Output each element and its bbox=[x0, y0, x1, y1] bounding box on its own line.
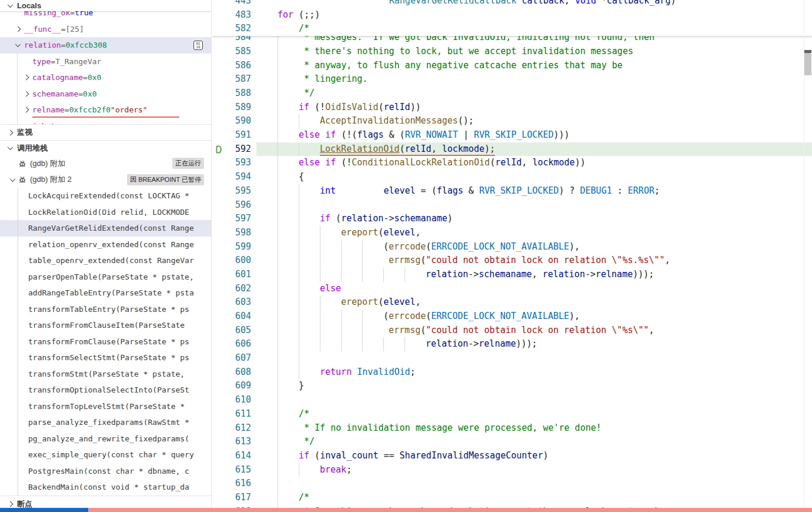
code-line[interactable]: 590AcceptInvalidationMessages(); bbox=[212, 114, 812, 128]
line-number[interactable]: 589 bbox=[228, 101, 251, 115]
line-number[interactable]: 613 bbox=[228, 435, 251, 449]
code-line[interactable]: 615break; bbox=[212, 463, 812, 477]
gutter-glyph-margin[interactable] bbox=[212, 45, 228, 59]
code-line[interactable]: 598ereport(elevel, bbox=[212, 226, 812, 240]
code-line[interactable]: 592LockRelationOid(relId, lockmode); bbox=[212, 142, 812, 157]
code-line[interactable]: 586 * anyway, to flush any negative catc… bbox=[212, 59, 812, 73]
code-line[interactable]: 608return InvalidOid; bbox=[212, 365, 812, 380]
gutter-glyph-margin[interactable] bbox=[212, 295, 228, 310]
line-number[interactable]: 597 bbox=[228, 212, 251, 226]
code-line[interactable]: 596 bbox=[212, 198, 812, 212]
line-number[interactable]: 600 bbox=[228, 254, 251, 268]
line-number[interactable]: 616 bbox=[228, 477, 251, 491]
line-number[interactable]: 611 bbox=[228, 407, 251, 421]
status-bar-debugging-segment[interactable] bbox=[88, 508, 812, 512]
line-number[interactable]: 483 bbox=[228, 8, 251, 22]
gutter-glyph-margin[interactable] bbox=[212, 365, 228, 380]
line-number[interactable]: 594 bbox=[228, 170, 251, 184]
code-line[interactable]: 600 errmsg("could not obtain lock on rel… bbox=[212, 254, 812, 268]
binary-data-icon[interactable]: 0110 bbox=[193, 41, 203, 50]
gutter-glyph-margin[interactable] bbox=[212, 212, 228, 226]
debug-session-row[interactable]: (gdb) 附加 2 因 BREAKPOINT 已暂停 bbox=[0, 172, 212, 188]
gutter-glyph-margin[interactable] bbox=[212, 407, 228, 421]
stack-frame[interactable]: parse_analyze_fixedparams(RawStmt * bbox=[0, 414, 212, 431]
editor-scrollbar[interactable] bbox=[804, 0, 812, 512]
variable-row[interactable]: type = T_RangeVar bbox=[0, 54, 212, 70]
line-number[interactable]: 609 bbox=[228, 379, 251, 393]
code-line[interactable]: 617/* bbox=[212, 491, 812, 505]
scrollbar-thumb[interactable] bbox=[804, 53, 811, 75]
variable-row[interactable]: relname = 0xfccb2f0 "orders" bbox=[0, 102, 212, 118]
gutter-glyph-margin[interactable] bbox=[212, 170, 228, 184]
variable-row[interactable]: catalogname = 0x0 bbox=[0, 69, 212, 86]
line-number[interactable]: 599 bbox=[228, 240, 251, 254]
code-line[interactable]: 601relation->schemaname, relation->relna… bbox=[212, 268, 812, 282]
gutter-glyph-margin[interactable] bbox=[212, 72, 228, 87]
code-line[interactable]: 607 bbox=[212, 351, 812, 365]
locals-scope-header[interactable]: Locals bbox=[0, 0, 212, 11]
gutter-glyph-margin[interactable] bbox=[212, 379, 228, 393]
gutter-glyph-margin[interactable] bbox=[212, 491, 228, 505]
gutter-glyph-margin[interactable] bbox=[212, 22, 228, 36]
sticky-code-line[interactable]: 443 RangeVarGetRelidCallback callback, v… bbox=[212, 0, 812, 8]
line-number[interactable]: 601 bbox=[228, 268, 251, 282]
code-line[interactable]: 613 */ bbox=[212, 435, 812, 449]
line-number[interactable]: 585 bbox=[228, 45, 251, 59]
line-number[interactable]: 607 bbox=[228, 351, 251, 365]
line-number[interactable]: 602 bbox=[228, 282, 251, 296]
gutter-glyph-margin[interactable] bbox=[212, 463, 228, 477]
gutter-glyph-margin[interactable] bbox=[212, 324, 228, 338]
stack-frame[interactable]: transformTopLevelStmt(ParseState * bbox=[0, 398, 212, 415]
stack-frame[interactable]: PostgresMain(const char * dbname, c bbox=[0, 463, 212, 480]
gutter-glyph-margin[interactable] bbox=[212, 8, 228, 22]
gutter-glyph-margin[interactable] bbox=[212, 87, 228, 101]
gutter-glyph-margin[interactable] bbox=[212, 337, 228, 351]
gutter-glyph-margin[interactable] bbox=[212, 240, 228, 254]
gutter-glyph-margin[interactable] bbox=[212, 435, 228, 449]
gutter-glyph-margin[interactable] bbox=[212, 477, 228, 491]
code-line[interactable]: 594{ bbox=[212, 170, 812, 184]
stack-frame[interactable]: transformFromClause(ParseState * ps bbox=[0, 334, 212, 350]
stack-frame[interactable]: LockRelationOid(Oid relid, LOCKMODE bbox=[0, 204, 212, 221]
stack-frame[interactable]: exec_simple_query(const char * query bbox=[0, 447, 212, 463]
line-number[interactable]: 582 bbox=[228, 22, 251, 36]
stack-frame[interactable]: transformStmt(ParseState * pstate, bbox=[0, 366, 212, 383]
line-number[interactable]: 598 bbox=[228, 226, 251, 240]
gutter-glyph-margin[interactable] bbox=[212, 449, 228, 463]
line-number[interactable]: 605 bbox=[228, 324, 251, 338]
code-line[interactable]: 604(errcode(ERRCODE_LOCK_NOT_AVAILABLE), bbox=[212, 310, 812, 324]
stack-frame[interactable]: pg_analyze_and_rewrite_fixedparams( bbox=[0, 431, 212, 447]
stack-frame[interactable]: BackendMain(const void * startup_da bbox=[0, 479, 212, 496]
sticky-code-line[interactable]: 582/* bbox=[212, 22, 812, 36]
gutter-glyph-margin[interactable] bbox=[212, 310, 228, 324]
code-editor[interactable]: 584 * messages. If we got back InvalidOi… bbox=[212, 0, 812, 512]
gutter-glyph-margin[interactable] bbox=[212, 393, 228, 407]
code-line[interactable]: 606relation->relname))); bbox=[212, 337, 812, 351]
code-line[interactable]: 591else if (!(flags & (RVR_NOWAIT | RVR_… bbox=[212, 128, 812, 142]
code-line[interactable]: 616 bbox=[212, 477, 812, 491]
gutter-glyph-margin[interactable] bbox=[212, 128, 228, 142]
callstack-section-header[interactable]: 调用堆栈 bbox=[0, 140, 212, 155]
line-number[interactable]: 591 bbox=[228, 128, 251, 142]
line-number[interactable]: 608 bbox=[228, 365, 251, 380]
gutter-glyph-margin[interactable] bbox=[212, 142, 228, 157]
code-line[interactable]: 614if (inval_count == SharedInvalidMessa… bbox=[212, 449, 812, 463]
line-number[interactable]: 615 bbox=[228, 463, 251, 477]
stack-frame[interactable]: transformOptionalSelectInto(ParseSt bbox=[0, 382, 212, 398]
code-line[interactable]: 588 */ bbox=[212, 87, 812, 101]
stack-frame[interactable]: parserOpenTable(ParseState * pstate, bbox=[0, 269, 212, 285]
code-line[interactable]: 599(errcode(ERRCODE_LOCK_NOT_AVAILABLE), bbox=[212, 240, 812, 254]
stack-frame[interactable]: table_openrv_extended(const RangeVar bbox=[0, 252, 212, 269]
watch-section-header[interactable]: 监视 bbox=[0, 124, 212, 140]
line-number[interactable]: 588 bbox=[228, 87, 251, 101]
gutter-glyph-margin[interactable] bbox=[212, 59, 228, 73]
debug-session-row[interactable]: (gdb) 附加 正在运行 bbox=[0, 155, 212, 172]
stack-frame[interactable]: RangeVarGetRelidExtended(const Range bbox=[0, 220, 212, 237]
line-number[interactable]: 586 bbox=[228, 59, 251, 73]
gutter-glyph-margin[interactable] bbox=[212, 268, 228, 282]
stack-frame[interactable]: addRangeTableEntry(ParseState * psta bbox=[0, 285, 212, 301]
variable-row[interactable]: schemaname = 0x0 bbox=[0, 86, 212, 102]
gutter-glyph-margin[interactable] bbox=[212, 226, 228, 240]
code-line[interactable]: 595int elevel = (flags & RVR_SKIP_LOCKED… bbox=[212, 184, 812, 198]
line-number[interactable]: 617 bbox=[228, 491, 251, 505]
